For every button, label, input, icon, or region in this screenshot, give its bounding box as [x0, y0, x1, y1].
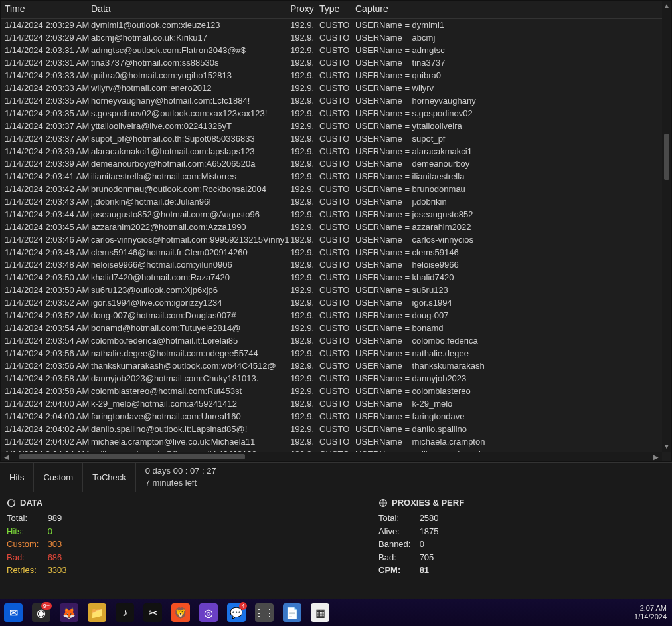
table-row[interactable]: 1/14/2024 2:03:43 AMj.dobrikin@hotmail.d…: [1, 195, 671, 208]
tab-hits[interactable]: Hits: [0, 463, 34, 492]
table-row[interactable]: 1/14/2024 2:03:39 AMdemeanourboy@hotmail…: [1, 157, 671, 170]
cell-data: demeanourboy@hotmail.com:A65206520a: [91, 157, 290, 170]
data-bad-value: 686: [48, 552, 62, 562]
timer-line2: 7 minutes left: [145, 477, 216, 489]
cell-proxy: 192.9.: [290, 170, 319, 183]
table-row[interactable]: 1/14/2024 2:03:41 AMilianitaestrella@hot…: [1, 170, 671, 183]
table-row[interactable]: 1/14/2024 2:04:00 AMk-29_melo@hotmail.co…: [1, 397, 671, 410]
table-row[interactable]: 1/14/2024 2:03:52 AMdoug-007@hotmail.com…: [1, 309, 671, 322]
cell-type: CUSTO: [319, 372, 355, 385]
header-type[interactable]: Type: [319, 3, 355, 14]
cell-proxy: 192.9.: [290, 322, 319, 334]
notes-icon[interactable]: 📄: [283, 603, 301, 622]
cell-data: j.dobrikin@hotmail.de:Julian96!: [91, 195, 290, 208]
tab-tocheck[interactable]: ToCheck: [83, 463, 136, 492]
tiktok-icon[interactable]: ♪: [116, 603, 134, 622]
cell-capture: USERName = demeanourboy: [355, 157, 667, 170]
chrome-icon[interactable]: ◉9+: [32, 603, 50, 622]
cell-capture: USERName = k-29_melo: [355, 397, 667, 410]
tab-custom[interactable]: Custom: [34, 463, 83, 492]
windows-taskbar[interactable]: ✉◉9+🦊📁♪✂🦁◎💬4⋮⋮📄▦ 2:07 AM 1/14/2024: [0, 599, 672, 626]
scroll-down-icon[interactable]: ▼: [662, 441, 671, 451]
table-row[interactable]: 1/14/2024 2:03:58 AMcolombiastereo@hotma…: [1, 385, 671, 397]
cell-type: CUSTO: [319, 284, 355, 296]
table-row[interactable]: 1/14/2024 2:04:00 AMfaringtondave@hotmai…: [1, 410, 671, 423]
cell-proxy: 192.9.: [290, 56, 319, 69]
table-row[interactable]: 1/14/2024 2:03:35 AMhorneyvaughany@hotma…: [1, 94, 671, 107]
table-row[interactable]: 1/14/2024 2:03:52 AMigor.s1994@live.com:…: [1, 296, 671, 309]
cell-proxy: 192.9.: [290, 372, 319, 385]
cell-data: khalid7420@hotmail.com:Raza7420: [91, 271, 290, 284]
table-row[interactable]: 1/14/2024 2:03:44 AMjoseaugusto852@hotma…: [1, 208, 671, 221]
scroll-left-icon[interactable]: ◀: [2, 452, 11, 461]
header-capture[interactable]: Capture: [355, 3, 667, 14]
table-row[interactable]: 1/14/2024 2:03:56 AMthankskumarakash@out…: [1, 360, 671, 372]
cell-data: colombiastereo@hotmail.com:Rut453st: [91, 385, 290, 397]
scroll-right-icon[interactable]: ▶: [651, 452, 661, 461]
header-time[interactable]: Time: [5, 3, 91, 14]
proxies-panel: PROXIES & PERF Total: 2580 Alive: 1875 B…: [378, 498, 578, 593]
proxy-cpm-label: CPM:: [378, 564, 417, 577]
table-row[interactable]: 1/14/2024 2:03:56 AMnathalie.degee@hotma…: [1, 347, 671, 360]
table-row[interactable]: 1/14/2024 2:03:33 AMquibra0@hotmail.com:…: [1, 69, 671, 82]
proxy-bad-label: Bad:: [378, 551, 417, 564]
hscroll-thumb[interactable]: [19, 454, 245, 459]
table-row[interactable]: 1/14/2024 2:03:48 AMheloise9966@hotmail.…: [1, 259, 671, 271]
cell-time: 1/14/2024 2:03:54 AM: [5, 322, 91, 334]
table-row[interactable]: 1/14/2024 2:04:02 AMmichaela.crampton@li…: [1, 435, 671, 448]
cell-data: igor.s1994@live.com:igorizzy1234: [91, 296, 290, 309]
firefox-icon[interactable]: 🦊: [60, 603, 78, 622]
cell-capture: USERName = igor.s1994: [355, 296, 667, 309]
cell-proxy: 192.9.: [290, 296, 319, 309]
file-explorer-icon[interactable]: 📁: [88, 603, 106, 622]
data-total-label: Total:: [7, 512, 45, 525]
proxy-alive-value: 1875: [420, 526, 439, 536]
table-row[interactable]: 1/14/2024 2:03:54 AMbonamd@hotmail.com:T…: [1, 322, 671, 334]
tor-icon[interactable]: ◎: [199, 603, 218, 622]
cell-capture: USERName = dymimi1: [355, 19, 667, 31]
table-headers: Time Data Proxy Type Capture: [1, 1, 671, 19]
messenger-icon[interactable]: 💬4: [227, 603, 246, 622]
table-row[interactable]: 1/14/2024 2:03:29 AMabcmj@hotmail.co.uk:…: [1, 31, 671, 44]
table-row[interactable]: 1/14/2024 2:03:31 AMadmgtsc@outlook.com:…: [1, 44, 671, 56]
table-row[interactable]: 1/14/2024 2:03:58 AMdannyjob2023@hotmail…: [1, 372, 671, 385]
table-row[interactable]: 1/14/2024 2:03:37 AMyttallooliveira@live…: [1, 120, 671, 132]
table-row[interactable]: 1/14/2024 2:03:31 AMtina3737@hotmail.com…: [1, 56, 671, 69]
brave-icon[interactable]: 🦁: [171, 603, 190, 622]
table-row[interactable]: 1/14/2024 2:03:42 AMbrunodonmau@outlook.…: [1, 183, 671, 195]
header-proxy[interactable]: Proxy: [290, 3, 319, 14]
table-row[interactable]: 1/14/2024 2:03:45 AMazzarahim2022@hotmai…: [1, 221, 671, 233]
app-active-icon[interactable]: ⋮⋮: [255, 603, 274, 622]
mail-icon[interactable]: ✉: [4, 603, 23, 622]
table-row[interactable]: 1/14/2024 2:03:50 AMsu6ru123@outlook.com…: [1, 284, 671, 296]
horizontal-scrollbar[interactable]: ◀ ▶: [1, 452, 662, 461]
table-body[interactable]: 1/14/2024 2:03:29 AMdymimi1@outlook.com:…: [1, 19, 671, 454]
table-row[interactable]: 1/14/2024 2:03:29 AMdymimi1@outlook.com:…: [1, 19, 671, 31]
table-row[interactable]: 1/14/2024 2:03:48 AMclems59146@hotmail.f…: [1, 246, 671, 259]
cell-time: 1/14/2024 2:03:58 AM: [5, 372, 91, 385]
vscroll-thumb[interactable]: [664, 134, 669, 180]
proxy-bad-value: 705: [420, 552, 434, 562]
capcut-icon[interactable]: ✂: [143, 603, 162, 622]
cell-time: 1/14/2024 2:03:48 AM: [5, 259, 91, 271]
taskbar-clock[interactable]: 2:07 AM 1/14/2024: [634, 599, 667, 626]
header-data[interactable]: Data: [91, 3, 290, 14]
cell-proxy: 192.9.: [290, 435, 319, 448]
table-row[interactable]: 1/14/2024 2:03:37 AMsupot_pf@hotmail.co.…: [1, 132, 671, 145]
scroll-up-icon[interactable]: ▲: [662, 1, 671, 10]
taskbar-time: 2:07 AM: [640, 604, 667, 613]
cell-capture: USERName = khalid7420: [355, 271, 667, 284]
cell-capture: USERName = quibra0: [355, 69, 667, 82]
cell-time: 1/14/2024 2:04:02 AM: [5, 435, 91, 448]
table-row[interactable]: 1/14/2024 2:03:33 AMwilyrv@hotmail.com:e…: [1, 82, 671, 94]
table-row[interactable]: 1/14/2024 2:03:50 AMkhalid7420@hotmail.c…: [1, 271, 671, 284]
table-row[interactable]: 1/14/2024 2:03:35 AMs.gospodinov02@outlo…: [1, 107, 671, 120]
cell-time: 1/14/2024 2:03:31 AM: [5, 44, 91, 56]
vertical-scrollbar[interactable]: ▲ ▼: [662, 1, 671, 452]
cell-proxy: 192.9.: [290, 195, 319, 208]
table-row[interactable]: 1/14/2024 2:03:54 AMcolombo.federica@hot…: [1, 334, 671, 347]
table-row[interactable]: 1/14/2024 2:03:39 AMalaracakmakci1@hotma…: [1, 145, 671, 157]
grid-icon[interactable]: ▦: [311, 603, 329, 622]
table-row[interactable]: 1/14/2024 2:04:02 AMdanilo.spallino@outl…: [1, 423, 671, 435]
table-row[interactable]: 1/14/2024 2:03:46 AMcarlos-vinnycios@hot…: [1, 233, 671, 246]
